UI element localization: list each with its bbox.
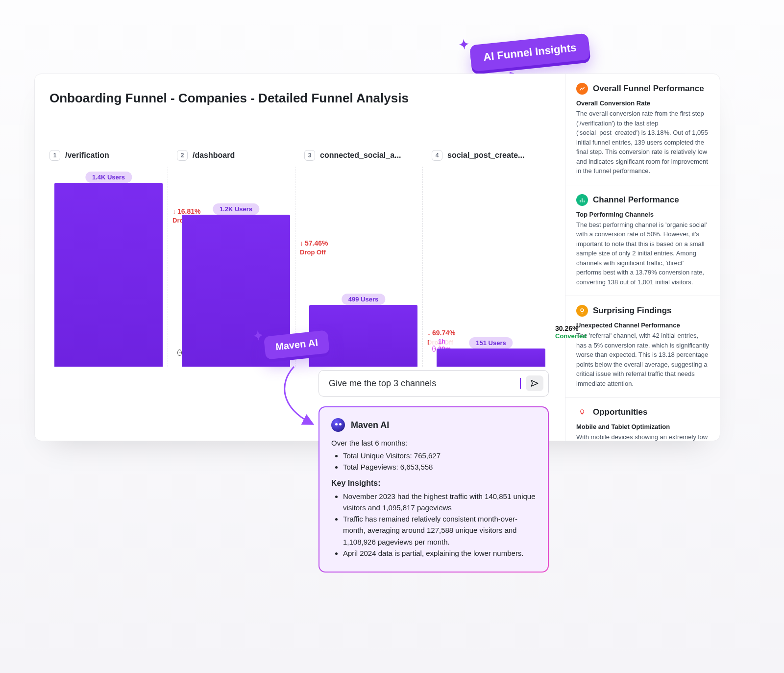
step-name: connected_social_a... <box>320 151 401 160</box>
ai-stat-item: Total Pageviews: 6,653,558 <box>343 461 536 473</box>
insight-block: Surprising FindingsUnexpected Channel Pe… <box>565 296 720 398</box>
step-number: 2 <box>177 150 188 161</box>
funnel-step: 2/dashboard1.2K Users↓57.46%Drop Off31m … <box>177 150 295 367</box>
arrow-down-icon: ↓ <box>300 239 303 247</box>
ai-insights-list: November 2023 had the highest traffic wi… <box>331 491 536 559</box>
ai-input-row <box>318 370 549 397</box>
bar-wrap: 151 Users30.26%Converted <box>432 167 550 367</box>
send-button[interactable] <box>526 375 543 391</box>
ai-insight-item: April 2024 data is partial, explaining t… <box>343 548 536 559</box>
ai-insight-item: Traffic has remained relatively consiste… <box>343 513 536 548</box>
insight-title: Surprising Findings <box>593 306 672 316</box>
ai-insight-item: November 2023 had the highest traffic wi… <box>343 491 536 514</box>
insight-body: The overall conversion rate from the fir… <box>576 109 709 176</box>
insight-title: Overall Funnel Performance <box>593 84 704 94</box>
insight-title: Channel Performance <box>593 195 679 205</box>
send-icon <box>530 379 539 388</box>
insight-subtitle: Top Performing Channels <box>576 211 709 218</box>
ai-prompt-input[interactable] <box>328 378 515 389</box>
insight-subtitle: Overall Conversion Rate <box>576 100 709 107</box>
text-cursor <box>520 378 521 389</box>
ai-stats-list: Total Unique Visitors: 765,627Total Page… <box>331 450 536 473</box>
conv-pct: 30.26% <box>555 324 614 332</box>
page-title: Onboarding Funnel - Companies - Detailed… <box>49 91 550 106</box>
maven-ai-panel: Maven AI Over the last 6 months: Total U… <box>318 370 549 573</box>
funnel-bar <box>437 349 545 367</box>
ai-stat-item: Total Unique Visitors: 765,627 <box>343 450 536 461</box>
insight-body: The best performing channel is 'organic … <box>576 220 709 287</box>
insight-body: With mobile devices showing an extremely… <box>576 432 709 441</box>
bulb-icon <box>576 406 588 418</box>
insights-sidebar: Overall Funnel PerformanceOverall Conver… <box>565 74 720 441</box>
users-pill: 1.2K Users <box>213 203 259 215</box>
step-name: /dashboard <box>193 151 235 160</box>
conv-label: Converted <box>555 332 614 340</box>
sparkle-icon <box>458 36 474 52</box>
svg-point-0 <box>581 309 584 312</box>
ai-name: Maven AI <box>351 420 389 430</box>
step-number: 4 <box>432 150 442 161</box>
step-number: 3 <box>304 150 315 161</box>
badge-label: Maven AI <box>275 337 318 352</box>
arrow-down-icon: ↓ <box>172 207 176 215</box>
arrow-down-icon: ↓ <box>427 329 431 337</box>
insight-title: Opportunities <box>593 407 647 417</box>
insight-block: Overall Funnel PerformanceOverall Conver… <box>565 74 720 185</box>
insight-block: OpportunitiesMobile and Tablet Optimizat… <box>565 398 720 441</box>
step-name: social_post_create... <box>447 151 524 160</box>
chart-icon <box>576 83 588 95</box>
maven-avatar-icon <box>331 418 345 432</box>
users-pill: 1.4K Users <box>85 172 132 183</box>
users-pill: 499 Users <box>342 294 385 305</box>
step-number: 1 <box>49 150 60 161</box>
ai-lead: Over the last 6 months: <box>331 439 536 447</box>
ai-insights-heading: Key Insights: <box>331 479 536 488</box>
funnel-step: 1/verification1.4K Users↓16.81%Drop Off7… <box>49 150 168 367</box>
lamp-icon <box>576 305 588 317</box>
sparkle-icon <box>252 327 268 344</box>
step-name: /verification <box>65 151 109 160</box>
insight-subtitle: Mobile and Tablet Optimization <box>576 423 709 430</box>
badge-label: AI Funnel Insights <box>483 41 577 63</box>
users-pill: 151 Users <box>469 337 513 349</box>
ai-response: Maven AI Over the last 6 months: Total U… <box>318 406 549 573</box>
funnel-bar <box>54 183 163 367</box>
ai-funnel-insights-badge: AI Funnel Insights <box>469 33 590 72</box>
converted: 30.26%Converted <box>555 324 614 340</box>
insight-block: Channel PerformanceTop Performing Channe… <box>565 185 720 297</box>
funnel-step: 4social_post_create...151 Users30.26%Con… <box>432 150 550 367</box>
bar-wrap: 1.4K Users↓16.81%Drop Off7m 11s <box>49 167 168 367</box>
bar-icon <box>576 194 588 206</box>
